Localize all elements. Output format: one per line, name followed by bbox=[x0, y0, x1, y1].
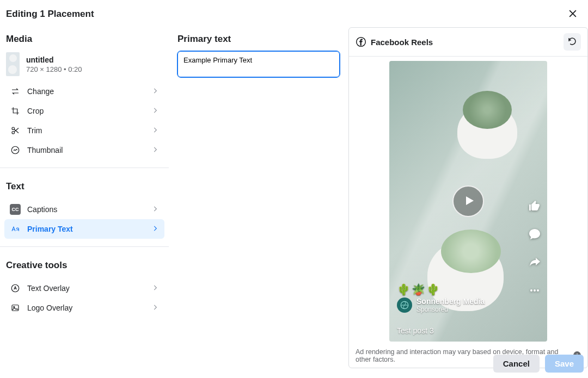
sidebar-item-primary-text[interactable]: Primary Text bbox=[4, 219, 164, 239]
sponsored-label: Sponsored bbox=[416, 306, 485, 313]
media-file-name: untitled bbox=[26, 55, 82, 64]
save-button[interactable]: Save bbox=[545, 355, 584, 373]
chevron-right-icon bbox=[151, 303, 159, 313]
reel-preview: 🌵🪴🌵 Sonnenberg Media Sponsored Test post… bbox=[389, 61, 547, 342]
chevron-right-icon bbox=[151, 284, 159, 293]
section-title-text: Text bbox=[0, 173, 169, 197]
close-button[interactable] bbox=[565, 7, 580, 22]
placement-name: Facebook Reels bbox=[371, 38, 433, 47]
scissors-icon bbox=[10, 125, 21, 136]
sidebar-item-change[interactable]: Change bbox=[4, 82, 164, 101]
close-icon bbox=[567, 8, 578, 21]
comment-icon bbox=[528, 227, 541, 242]
field-label-primary-text: Primary text bbox=[177, 34, 340, 45]
media-thumbnail bbox=[6, 52, 20, 76]
facebook-icon bbox=[356, 36, 366, 47]
svg-point-8 bbox=[534, 289, 536, 292]
text-icon bbox=[10, 224, 21, 234]
chevron-right-icon bbox=[151, 107, 159, 116]
chevron-right-icon bbox=[151, 87, 159, 96]
play-icon bbox=[461, 194, 476, 209]
refresh-button[interactable] bbox=[564, 33, 581, 51]
editor-panel: Primary text bbox=[174, 26, 343, 368]
section-title-media: Media bbox=[0, 26, 169, 50]
media-file-row: untitled 720 × 1280 • 0:20 bbox=[0, 50, 169, 79]
captions-icon: CC bbox=[10, 204, 21, 215]
sidebar-item-crop[interactable]: Crop bbox=[4, 101, 164, 121]
more-button[interactable] bbox=[528, 284, 542, 298]
sidebar-item-label: Thumbnail bbox=[27, 146, 145, 154]
share-icon bbox=[528, 256, 541, 270]
crop-icon bbox=[10, 106, 21, 116]
chevron-right-icon bbox=[151, 126, 159, 135]
sidebar-item-label: Text Overlay bbox=[27, 284, 145, 293]
post-title: Test post 3 bbox=[397, 326, 514, 335]
sidebar-item-thumbnail[interactable]: Thumbnail bbox=[4, 140, 164, 160]
sidebar: Media untitled 720 × 1280 • 0:20 Change … bbox=[0, 26, 169, 368]
brand-name: Sonnenberg Media bbox=[416, 297, 485, 306]
sidebar-item-captions[interactable]: CC Captions bbox=[4, 200, 164, 219]
sidebar-item-label: Crop bbox=[27, 107, 145, 115]
sidebar-item-logo-overlay[interactable]: Logo Overlay bbox=[4, 298, 164, 318]
sidebar-item-label: Primary Text bbox=[27, 225, 145, 233]
svg-point-9 bbox=[537, 289, 539, 292]
sidebar-item-trim[interactable]: Trim bbox=[4, 121, 164, 140]
thumbnail-icon bbox=[10, 145, 21, 156]
sidebar-item-label: Trim bbox=[27, 126, 145, 135]
primary-text-input[interactable] bbox=[177, 51, 340, 77]
play-button[interactable] bbox=[452, 185, 484, 217]
sidebar-item-label: Logo Overlay bbox=[27, 303, 145, 312]
page-title: Editing 1 Placement bbox=[6, 9, 94, 20]
share-button[interactable] bbox=[528, 256, 542, 270]
svg-rect-4 bbox=[12, 305, 19, 311]
chevron-right-icon bbox=[151, 205, 159, 214]
media-file-dims: 720 × 1280 • 0:20 bbox=[26, 65, 82, 73]
like-icon bbox=[528, 199, 541, 214]
cancel-button[interactable]: Cancel bbox=[493, 355, 540, 373]
sidebar-item-text-overlay[interactable]: Text Overlay bbox=[4, 278, 164, 298]
swap-icon bbox=[10, 86, 21, 97]
text-overlay-icon bbox=[10, 283, 21, 294]
chevron-right-icon bbox=[151, 146, 159, 155]
chevron-right-icon bbox=[151, 225, 159, 234]
refresh-icon bbox=[567, 36, 577, 48]
svg-point-3 bbox=[11, 284, 19, 292]
more-icon bbox=[528, 284, 541, 299]
comment-button[interactable] bbox=[528, 227, 542, 241]
svg-point-0 bbox=[12, 127, 15, 130]
emoji-row: 🌵🪴🌵 bbox=[397, 283, 514, 296]
sidebar-item-label: Captions bbox=[27, 205, 145, 214]
svg-point-1 bbox=[12, 132, 15, 134]
brand-avatar bbox=[397, 298, 412, 313]
sidebar-item-label: Change bbox=[27, 87, 145, 96]
like-button[interactable] bbox=[528, 199, 542, 213]
section-title-creative-tools: Creative tools bbox=[0, 252, 169, 276]
svg-point-7 bbox=[530, 289, 532, 292]
image-icon bbox=[10, 302, 21, 313]
preview-card: Facebook Reels bbox=[348, 27, 588, 368]
